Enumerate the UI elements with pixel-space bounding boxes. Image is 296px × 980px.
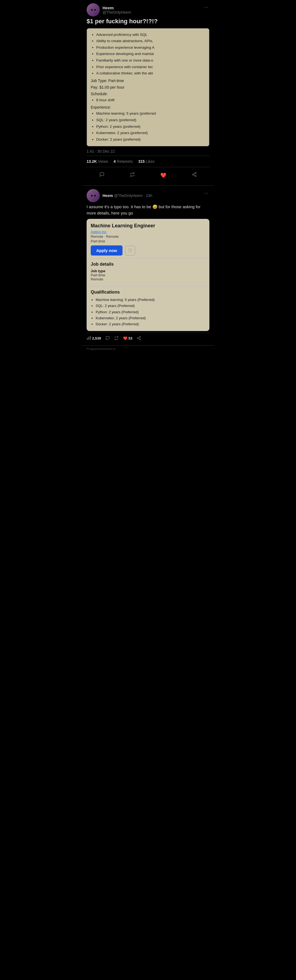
req-7: A collaborative thinker, with the abi <box>96 70 205 76</box>
tweet-2-retweet-button[interactable] <box>114 336 119 340</box>
like-icon: ❤️ <box>160 172 166 178</box>
svg-rect-7 <box>90 336 91 339</box>
job-details-section: Job details Job type Part-time Remote <box>87 259 209 286</box>
tweet-1-header-left: 🕶️ Heem @TheOnlyHeem <box>86 3 131 16</box>
tweet-2-avatar[interactable]: 🕶️ <box>86 189 100 202</box>
svg-line-11 <box>138 339 140 339</box>
avatar-image-2: 🕶️ <box>86 189 100 202</box>
tweet-1-actions: ❤️ <box>86 168 210 182</box>
tweet-2-header: 🕶️ Heem @TheOnlyHeem · 23h ··· <box>86 189 210 202</box>
tweet-1-stats: 13.2K Views 4 Retweets 315 Likes <box>86 156 210 167</box>
qualifications-section: Qualifications Machine learning: 5 years… <box>87 286 209 331</box>
exp-4: Kubernetes: 2 years (preferred) <box>96 130 205 136</box>
tweet-2-share-button[interactable] <box>137 336 141 340</box>
apply-now-button[interactable]: Apply now <box>91 245 123 256</box>
tweet-2-reply-button[interactable] <box>106 336 110 340</box>
watermark: ProgrammerHumor.io <box>82 345 214 352</box>
tweet-2-timestamp: · 23h <box>144 193 152 198</box>
more-options-icon[interactable]: ··· <box>203 3 210 11</box>
tweet-2-header-left: 🕶️ Heem @TheOnlyHeem · 23h <box>86 189 152 202</box>
schedule-label: Schedule: <box>91 92 205 96</box>
qual-3: Python: 2 years (Preferred) <box>96 309 205 315</box>
reply-button[interactable] <box>97 170 107 180</box>
svg-point-9 <box>137 337 138 339</box>
job-card: Machine Learning Engineer Aptino Inc Rem… <box>86 219 210 331</box>
tweet-1-timestamp: 1:41 · 30 Dec 22 <box>86 149 210 153</box>
svg-point-0 <box>195 173 196 174</box>
svg-line-3 <box>194 175 195 176</box>
job-type-val-1: Part-time <box>91 273 205 277</box>
exp-2: SQL: 2 years (preferred) <box>96 117 205 123</box>
svg-rect-5 <box>87 338 88 340</box>
svg-line-4 <box>194 173 195 174</box>
job-type: Part-time <box>91 239 205 243</box>
svg-point-1 <box>192 174 194 175</box>
like-heart-icon: ❤️ <box>123 336 128 340</box>
views-stat: 13.2K Views <box>86 159 108 164</box>
job-title: Machine Learning Engineer <box>91 223 205 229</box>
tweet-2-text: I assume it's a typo too. It has to be 😅… <box>86 204 210 216</box>
exp-5: Docker: 2 years (preferred) <box>96 137 205 143</box>
tweet-2-username: @TheOnlyHeem <box>114 193 142 198</box>
tweet-1-display-name[interactable]: Heem <box>102 5 131 10</box>
requirements-list: Advanced proficiency with SQL Ability to… <box>91 32 205 76</box>
qualifications-list: Machine learning: 5 years (Preferred) SQ… <box>91 297 205 327</box>
exp-1: Machine learning: 5 years (preferred <box>96 111 205 116</box>
qual-4: Kubernetes: 2 years (Preferred) <box>96 315 205 321</box>
job-details-title: Job details <box>91 262 205 267</box>
tweet-2-views: 2,539 <box>86 336 101 341</box>
job-type-label: Job type <box>91 269 205 273</box>
likes-stat: 315 Likes <box>138 159 155 164</box>
apply-row: Apply now ♡ <box>91 245 205 256</box>
retweets-stat: 4 Retweets <box>114 159 133 164</box>
req-4: Experience developing and maintai <box>96 51 205 57</box>
tweet-2: 🕶️ Heem @TheOnlyHeem · 23h ··· I assume … <box>82 186 214 345</box>
tweet-1-user-info: Heem @TheOnlyHeem <box>102 5 131 14</box>
bar-chart-icon <box>86 336 91 341</box>
req-2: Ability to create abstractions, APIs, <box>96 38 205 44</box>
tweet-1-username[interactable]: @TheOnlyHeem <box>102 10 131 14</box>
share-button[interactable] <box>189 170 200 180</box>
qual-1: Machine learning: 5 years (Preferred) <box>96 297 205 303</box>
experience-label: Experience: <box>91 105 205 110</box>
job-screenshot: Advanced proficiency with SQL Ability to… <box>86 28 210 146</box>
svg-rect-6 <box>88 337 90 340</box>
retweet-button[interactable] <box>127 170 138 180</box>
svg-point-10 <box>139 339 141 340</box>
save-job-button[interactable]: ♡ <box>125 246 135 256</box>
req-1: Advanced proficiency with SQL <box>96 32 205 38</box>
experience-list: Machine learning: 5 years (preferred SQL… <box>91 111 205 142</box>
share-icon <box>192 172 197 178</box>
req-5: Familiarity with one or more data-o <box>96 57 205 64</box>
tweet-1: 🕶️ Heem @TheOnlyHeem ··· $1 per fucking … <box>82 0 214 186</box>
svg-line-12 <box>138 337 140 338</box>
pay-label: Pay: $1.00 per hour <box>91 85 205 89</box>
schedule-list: 8 hour shift <box>91 97 205 103</box>
qual-5: Docker: 2 years (Preferred) <box>96 321 205 327</box>
tweet-2-display-name[interactable]: Heem <box>102 193 113 198</box>
tweet-2-like-button[interactable]: ❤️ 53 <box>123 336 132 340</box>
job-type-label: Job Type: Part-time <box>91 78 205 83</box>
svg-point-8 <box>139 337 141 337</box>
tweet-2-user-line: Heem @TheOnlyHeem · 23h <box>102 193 152 198</box>
job-location: Remote · Remote <box>91 234 205 239</box>
like-button[interactable]: ❤️ <box>158 170 169 180</box>
svg-point-2 <box>195 175 196 177</box>
exp-3: Python: 2 years (preferred) <box>96 124 205 130</box>
job-type-val-2: Remote <box>91 277 205 281</box>
qualifications-title: Qualifications <box>91 290 205 295</box>
tweet-2-more-icon[interactable]: ··· <box>203 189 210 197</box>
req-6: Prior experience with container tec <box>96 64 205 70</box>
tweet-2-actions: 2,539 ❤️ 53 <box>86 332 210 342</box>
tweet-1-header: 🕶️ Heem @TheOnlyHeem ··· <box>86 3 210 16</box>
job-type-row: Job type Part-time Remote <box>91 269 205 281</box>
req-3: Production experience leveraging A <box>96 45 205 51</box>
schedule-1: 8 hour shift <box>96 97 205 103</box>
tweet-1-avatar[interactable]: 🕶️ <box>86 3 100 16</box>
retweet-icon <box>130 172 135 178</box>
reply-icon <box>99 172 104 178</box>
job-card-top: Machine Learning Engineer Aptino Inc Rem… <box>87 219 209 259</box>
company-link[interactable]: Aptino Inc <box>91 230 205 234</box>
avatar-image: 🕶️ <box>86 3 100 16</box>
qual-2: SQL: 2 years (Preferred) <box>96 303 205 309</box>
